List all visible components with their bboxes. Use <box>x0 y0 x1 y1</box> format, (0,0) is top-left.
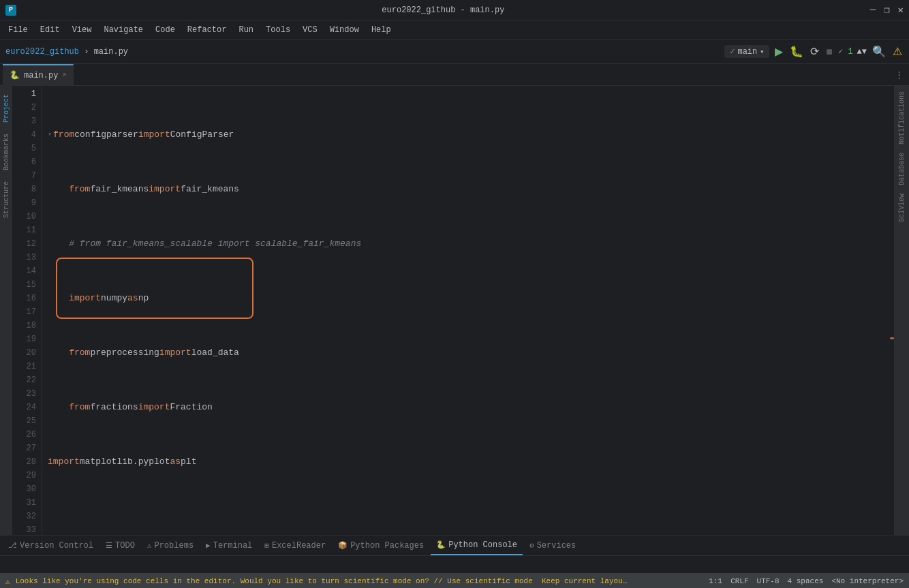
check-badge: ✓ 1 <box>838 46 853 57</box>
close-button[interactable]: ✕ <box>898 4 904 16</box>
code-line-8 <box>48 510 889 523</box>
cursor-position[interactable]: 1:1 <box>709 577 722 585</box>
python-packages-icon: 📦 <box>338 541 348 550</box>
line-num-12: 12 <box>18 237 36 251</box>
bottom-tab-version-control[interactable]: ⎇ Version Control <box>3 536 99 555</box>
breadcrumb: euro2022_github › main.py <box>5 47 128 57</box>
left-sidebar-labels: Project Bookmarks Structure <box>0 86 12 535</box>
app-icon: P <box>5 5 16 16</box>
menu-run[interactable]: Run <box>233 24 259 36</box>
minimize-button[interactable]: — <box>870 4 876 16</box>
window-title: euro2022_github - main.py <box>382 5 504 15</box>
coverage-button[interactable]: ⟳ <box>809 44 820 59</box>
code-line-5: from preprocessing import load_data <box>48 346 889 360</box>
line-num-24: 24 <box>18 401 36 414</box>
menu-refactor[interactable]: Refactor <box>182 24 232 36</box>
structure-panel-label[interactable]: Structure <box>1 179 12 221</box>
line-num-30: 30 <box>18 482 36 496</box>
services-label: Services <box>537 541 576 551</box>
line-num-6: 6 <box>18 155 36 169</box>
sciview-panel-label[interactable]: SciView <box>897 191 907 225</box>
debug-button[interactable]: 🐛 <box>788 44 805 59</box>
editor-area: 1 2 3 4 5 6 7 8 9 10 11 12 13 14 15 16 1… <box>12 86 894 535</box>
main-layout: Project Bookmarks Structure 1 2 3 4 5 6 … <box>0 86 909 535</box>
git-branch[interactable]: ✓ main ▾ <box>724 45 769 58</box>
title-bar-left: P <box>5 5 16 16</box>
line-num-28: 28 <box>18 455 36 469</box>
code-content[interactable]: ▾from configparser import ConfigParser f… <box>42 86 889 535</box>
breadcrumb-file[interactable]: main.py <box>94 47 128 57</box>
tab-more-button[interactable]: ⋮ <box>895 69 909 80</box>
tab-bar: 🐍 main.py × ⋮ <box>0 64 909 86</box>
menu-view[interactable]: View <box>67 24 97 36</box>
line-num-5: 5 <box>18 142 36 155</box>
search-button[interactable]: 🔍 <box>871 44 887 59</box>
line-num-20: 20 <box>18 346 36 360</box>
toolbar: euro2022_github › main.py ✓ main ▾ ▶ 🐛 ⟳… <box>0 40 909 64</box>
bottom-tab-python-console[interactable]: 🐍 Python Console <box>431 536 523 555</box>
line-num-19: 19 <box>18 332 36 346</box>
breadcrumb-project[interactable]: euro2022_github <box>5 47 79 57</box>
branch-dropdown-icon[interactable]: ▾ <box>760 48 764 56</box>
bottom-tab-python-packages[interactable]: 📦 Python Packages <box>333 536 429 555</box>
problems-label: Problems <box>154 541 194 551</box>
title-bar-center: euro2022_github - main.py <box>382 5 504 15</box>
notifications-panel-label[interactable]: Notifications <box>897 89 907 147</box>
bottom-tab-problems[interactable]: ⚠ Problems <box>142 536 199 555</box>
tab-label: main.py <box>24 71 58 80</box>
line-num-17: 17 <box>18 305 36 319</box>
code-line-7: import matplotlib.pyplot as plt <box>48 455 889 469</box>
bottom-tab-terminal[interactable]: ▶ Terminal <box>200 536 258 555</box>
warning-button[interactable]: ⚠ <box>891 44 904 59</box>
version-control-icon: ⎇ <box>8 541 17 550</box>
database-panel-label[interactable]: Database <box>897 150 907 188</box>
line-numbers: 1 2 3 4 5 6 7 8 9 10 11 12 13 14 15 16 1… <box>12 86 42 535</box>
services-icon: ⚙ <box>529 541 534 550</box>
run-button[interactable]: ▶ <box>773 44 784 59</box>
toolbar-right: ✓ main ▾ ▶ 🐛 ⟳ ■ ✓ 1 ▲▼ 🔍 ⚠ <box>724 44 904 59</box>
terminal-label: Terminal <box>213 541 253 551</box>
scroll-error-marker <box>890 337 894 339</box>
interpreter[interactable]: <No interpreter> <box>831 577 904 585</box>
line-num-11: 11 <box>18 223 36 237</box>
code-line-6: from fractions import Fraction <box>48 401 889 414</box>
status-warning-text[interactable]: Looks like you're using code cells in th… <box>16 577 629 585</box>
project-panel-label[interactable]: Project <box>1 91 12 125</box>
bottom-tab-todo[interactable]: ☰ TODO <box>100 536 140 555</box>
menu-navigate[interactable]: Navigate <box>98 24 149 36</box>
stop-button[interactable]: ■ <box>825 44 834 59</box>
maximize-button[interactable]: ❐ <box>884 4 889 16</box>
scroll-markers <box>889 86 894 535</box>
bookmarks-panel-label[interactable]: Bookmarks <box>1 131 12 173</box>
menu-edit[interactable]: Edit <box>35 24 65 36</box>
encoding[interactable]: UTF-8 <box>757 577 780 585</box>
line-num-7: 7 <box>18 169 36 183</box>
code-line-2: from fair_kmeans import fair_kmeans <box>48 183 889 196</box>
menu-vcs[interactable]: VCS <box>297 24 323 36</box>
bottom-tab-excelreader[interactable]: ⊞ ExcelReader <box>259 536 331 555</box>
excelreader-icon: ⊞ <box>264 541 269 550</box>
tab-main-py[interactable]: 🐍 main.py × <box>3 64 74 86</box>
line-ending[interactable]: CRLF <box>730 577 748 585</box>
menu-help[interactable]: Help <box>366 24 397 36</box>
line-num-23: 23 <box>18 387 36 401</box>
tab-icon: 🐍 <box>10 70 20 80</box>
line-num-15: 15 <box>18 278 36 292</box>
status-bar: ⚠ Looks like you're using code cells in … <box>0 573 909 588</box>
line-num-22: 22 <box>18 373 36 387</box>
title-bar-controls[interactable]: — ❐ ✕ <box>870 4 904 16</box>
menu-tools[interactable]: Tools <box>260 24 296 36</box>
line-num-25: 25 <box>18 414 36 428</box>
menu-window[interactable]: Window <box>324 24 365 36</box>
menu-file[interactable]: File <box>3 24 33 36</box>
indent[interactable]: 4 spaces <box>788 577 824 585</box>
code-container[interactable]: 1 2 3 4 5 6 7 8 9 10 11 12 13 14 15 16 1… <box>12 86 894 535</box>
line-num-3: 3 <box>18 114 36 128</box>
problems-icon: ⚠ <box>147 541 152 550</box>
bottom-tab-services[interactable]: ⚙ Services <box>524 536 581 555</box>
tab-close-button[interactable]: × <box>62 72 66 79</box>
right-sidebar: Notifications Database SciView <box>894 86 909 535</box>
menu-code[interactable]: Code <box>150 24 181 36</box>
line-num-8: 8 <box>18 183 36 196</box>
line-num-27: 27 <box>18 442 36 455</box>
